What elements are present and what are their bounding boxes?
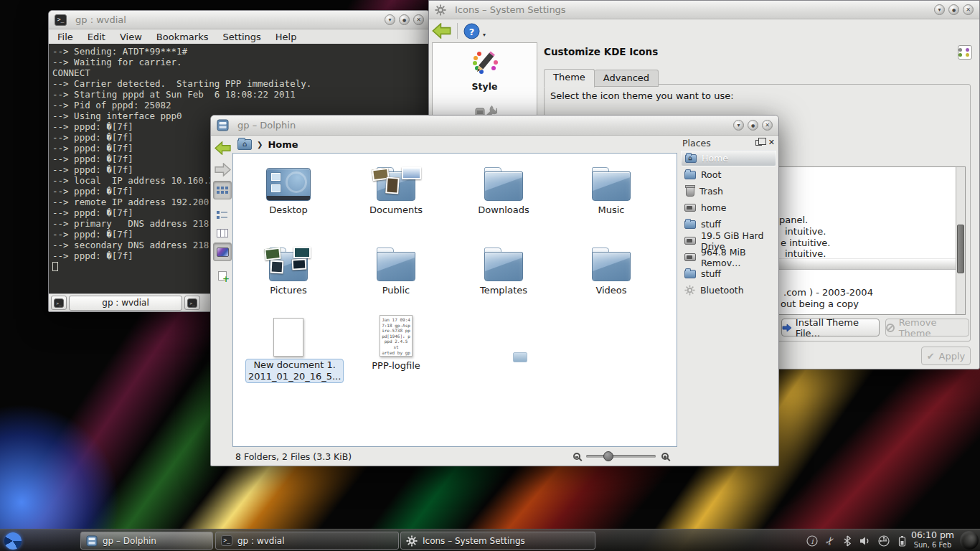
launcher-button[interactable]: [3, 531, 23, 550]
desktop-folder-icon: [266, 168, 311, 201]
breadcrumb-home[interactable]: Home: [268, 139, 298, 150]
zoom-in-icon[interactable]: [661, 453, 669, 460]
close-button[interactable]: [413, 14, 424, 25]
file-ppp-logfile[interactable]: Jan 17 09:4 7:18 gp-Asp ire-5738 pp pd[1…: [353, 315, 439, 372]
pictures-folder-icon: [269, 252, 308, 281]
list-text-fragment: e intuitive.: [781, 237, 830, 248]
file-new-document[interactable]: New document 1. 2011_01_20_16_5...: [245, 315, 331, 383]
desktop-wallpaper: gp : wvdial File Edit View Bookmarks Set…: [0, 0, 980, 551]
dolphin-file-view: Desktop Documents Downloads Music: [232, 153, 677, 447]
places-item-home[interactable]: ⌂ Home: [681, 150, 776, 166]
view-switcher-icon[interactable]: [958, 45, 972, 60]
toolbar-separator: [457, 23, 458, 39]
zoom-slider[interactable]: [586, 455, 656, 458]
terminal-tab[interactable]: gp : wvdial: [69, 296, 182, 311]
forward-button[interactable]: [213, 160, 232, 179]
folder-desktop[interactable]: Desktop: [245, 161, 331, 216]
folder-icon: [484, 252, 523, 281]
minimize-button[interactable]: [385, 14, 395, 25]
new-tab-button[interactable]: [51, 296, 67, 310]
minimize-button[interactable]: [733, 120, 744, 131]
dolphin-app-icon: [86, 535, 98, 547]
places-item-home-partition[interactable]: home: [681, 199, 776, 216]
folder-videos[interactable]: Videos: [568, 241, 654, 296]
folder-music[interactable]: Music: [568, 161, 654, 216]
settings-tabs: Theme Advanced: [544, 68, 659, 87]
folder-pictures[interactable]: Pictures: [245, 241, 331, 296]
dolphin-titlebar[interactable]: gp – Dolphin: [211, 116, 778, 136]
terminal-menubar: File Edit View Bookmarks Settings Help: [49, 29, 430, 44]
preview-button[interactable]: [213, 242, 232, 261]
terminal-titlebar[interactable]: gp : wvdial: [49, 11, 430, 29]
tab-list-button[interactable]: [184, 296, 200, 310]
folder-icon: [684, 220, 696, 229]
details-view-button[interactable]: [213, 205, 232, 224]
split-view-button[interactable]: [213, 266, 232, 285]
system-settings-titlebar[interactable]: Icons – System Settings: [429, 1, 979, 19]
split-view-icon: [218, 271, 227, 281]
help-button[interactable]: ?: [463, 23, 480, 39]
forward-arrow-icon: [215, 163, 231, 176]
columns-view-button[interactable]: [213, 224, 232, 242]
menu-view[interactable]: View: [120, 32, 142, 42]
menu-bookmarks[interactable]: Bookmarks: [156, 32, 209, 42]
list-text-fragment: intuitive.: [785, 248, 826, 259]
minimize-button[interactable]: [934, 4, 945, 15]
dolphin-side-toolbar: [212, 137, 232, 447]
task-wvdial[interactable]: gp : wvdial: [215, 532, 399, 550]
icons-view-icon: [217, 187, 228, 194]
zoom-slider-thumb[interactable]: [603, 451, 613, 461]
places-item-trash[interactable]: Trash: [681, 183, 776, 199]
bluetooth-icon[interactable]: [843, 535, 852, 547]
zoom-out-icon[interactable]: [573, 453, 580, 460]
back-button[interactable]: [432, 23, 451, 39]
clock[interactable]: 06:10 pm Sun, 6 Feb: [907, 530, 958, 550]
menu-file[interactable]: File: [57, 32, 73, 42]
sidebar-item-style[interactable]: Style: [433, 43, 537, 92]
icons-view-button[interactable]: [213, 181, 232, 199]
volume-icon[interactable]: [859, 536, 870, 546]
list-scrollbar[interactable]: [956, 167, 965, 314]
menu-help[interactable]: Help: [275, 32, 297, 42]
close-button[interactable]: [963, 4, 974, 15]
places-float-button[interactable]: [755, 140, 762, 146]
places-header: Places ✕: [681, 136, 776, 150]
folder-icon: [377, 252, 415, 281]
places-item-removable[interactable]: 964.8 MiB Remov…: [681, 249, 776, 265]
menu-edit[interactable]: Edit: [88, 32, 105, 42]
arrow-right-icon: [782, 324, 791, 332]
back-button[interactable]: [213, 138, 232, 157]
folder-public[interactable]: Public: [353, 241, 439, 296]
maximize-button[interactable]: [748, 120, 758, 131]
scrollbar-thumb[interactable]: [957, 225, 964, 273]
places-item-root[interactable]: Root: [681, 166, 776, 183]
plasma-cashew-icon[interactable]: [960, 531, 979, 550]
maximize-button[interactable]: [399, 14, 410, 25]
drive-icon: [684, 237, 696, 245]
battery-icon[interactable]: [897, 535, 907, 547]
apply-button[interactable]: ✔ Apply: [921, 347, 971, 365]
drive-icon: [684, 253, 696, 261]
task-dolphin[interactable]: gp – Dolphin: [80, 532, 213, 550]
folder-templates[interactable]: Templates: [461, 241, 547, 296]
tab-advanced[interactable]: Advanced: [595, 70, 659, 87]
svg-text:i: i: [811, 537, 814, 545]
clipboard-scissors-icon[interactable]: ✂: [823, 533, 839, 548]
folder-downloads[interactable]: Downloads: [461, 161, 547, 216]
places-item-bluetooth[interactable]: Bluetooth: [681, 282, 776, 298]
usb-device-icon[interactable]: [878, 535, 890, 547]
maximize-button[interactable]: [948, 4, 959, 15]
install-theme-button[interactable]: Install Theme File...: [781, 319, 880, 336]
info-icon[interactable]: i: [806, 535, 818, 547]
remove-theme-button[interactable]: Remove Theme: [885, 319, 969, 336]
home-folder-icon[interactable]: ⌂: [237, 139, 252, 150]
task-system-settings[interactable]: Icons – System Settings: [400, 532, 595, 550]
gear-icon: [435, 4, 446, 16]
folder-documents[interactable]: Documents: [353, 161, 439, 216]
close-button[interactable]: [762, 120, 773, 131]
gear-icon: [406, 535, 418, 547]
places-close-button[interactable]: ✕: [768, 139, 775, 146]
dolphin-app-icon: [217, 119, 229, 131]
menu-settings[interactable]: Settings: [222, 32, 260, 42]
tab-theme[interactable]: Theme: [544, 69, 595, 88]
